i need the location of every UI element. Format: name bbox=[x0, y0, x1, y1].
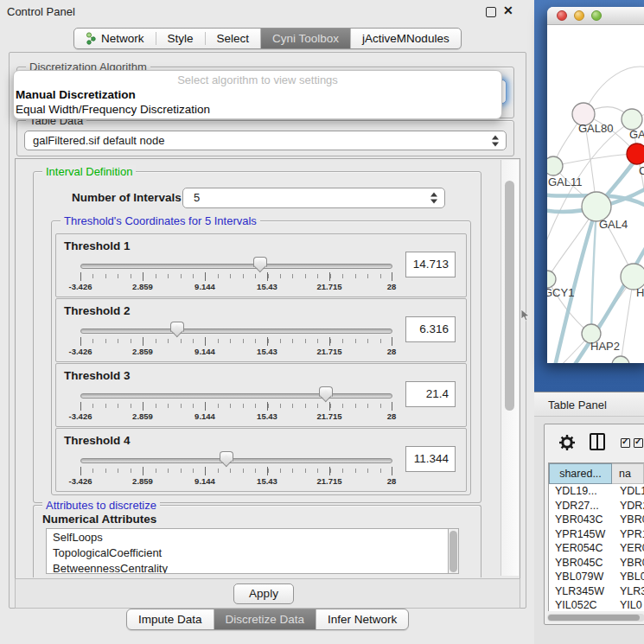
vertical-scrollbar[interactable] bbox=[501, 160, 519, 576]
tab-discretize-data[interactable]: Discretize Data bbox=[214, 609, 316, 629]
threshold-value-field[interactable]: 11.344 bbox=[405, 446, 456, 472]
column-header-shared-name[interactable]: shared... bbox=[549, 463, 612, 484]
network-window-titlebar[interactable] bbox=[547, 7, 644, 25]
network-node-gal4[interactable] bbox=[582, 192, 611, 221]
popup-option-manual[interactable]: Manual Discretization bbox=[16, 88, 136, 101]
slider-track[interactable] bbox=[80, 328, 392, 334]
tab-select[interactable]: Select bbox=[206, 29, 261, 48]
horizontal-scrollbar-thumb[interactable] bbox=[548, 615, 640, 621]
table-row[interactable]: YBL079W YBL0 bbox=[549, 570, 644, 584]
apply-button[interactable]: Apply bbox=[233, 583, 294, 604]
cell-shared-name[interactable]: YDL19... bbox=[549, 484, 612, 499]
horizontal-scrollbar[interactable] bbox=[547, 614, 644, 622]
slider-track[interactable] bbox=[80, 264, 392, 269]
gear-icon[interactable] bbox=[558, 434, 576, 451]
table-row[interactable]: YPR145W YPR1 bbox=[549, 527, 644, 542]
tab-impute-data[interactable]: Impute Data bbox=[127, 609, 214, 629]
algorithm-dropdown-popup: Select algorithm to view settings Manual… bbox=[13, 70, 502, 119]
scale-label: 28 bbox=[367, 282, 416, 291]
cell-shared-name[interactable]: YPR145W bbox=[549, 527, 612, 542]
columns-icon[interactable] bbox=[590, 433, 605, 450]
cell-name[interactable]: YBR0 bbox=[612, 513, 644, 527]
number-of-intervals-label: Number of Intervals bbox=[72, 191, 182, 204]
slider-thumb[interactable] bbox=[220, 451, 233, 462]
threshold-value-field[interactable]: 21.4 bbox=[405, 381, 456, 407]
slider-track[interactable] bbox=[80, 458, 392, 463]
slider-track[interactable] bbox=[80, 393, 392, 399]
cell-shared-name[interactable]: YBR043C bbox=[549, 513, 612, 527]
attribute-item[interactable]: SelfLoops bbox=[53, 530, 448, 545]
scale-label: 2.859 bbox=[118, 476, 167, 486]
screen: Control Panel ✕ NetworkStyleSelectCyni T… bbox=[0, 0, 644, 644]
combo-stepper-icon[interactable] bbox=[492, 134, 500, 147]
scale-label: 9.144 bbox=[181, 476, 229, 486]
tab-infer-network[interactable]: Infer Network bbox=[316, 609, 408, 629]
numerical-attributes-list: SelfLoopsTopologicalCoefficientBetweenne… bbox=[46, 528, 449, 574]
threshold-label: Threshold 2 bbox=[64, 304, 131, 317]
table-data-combobox[interactable]: galFiltered.sif default node bbox=[24, 131, 507, 150]
float-window-icon[interactable] bbox=[486, 7, 496, 17]
cell-name[interactable]: YER0 bbox=[612, 541, 644, 556]
popup-option-equal-width[interactable]: Equal Width/Frequency Discretization bbox=[16, 103, 210, 116]
group-title: Attributes to discretize bbox=[42, 499, 160, 512]
attribute-item[interactable]: TopologicalCoefficient bbox=[53, 545, 448, 561]
cell-name[interactable]: YDR2 bbox=[612, 499, 644, 513]
column-header-name[interactable]: na bbox=[612, 463, 644, 484]
table-row[interactable]: YIL052C YIL0 bbox=[549, 598, 644, 611]
cell-name[interactable]: YPR1 bbox=[612, 527, 644, 542]
table-row[interactable]: YBR043C YBR0 bbox=[549, 513, 644, 527]
list-scrollbar-thumb[interactable] bbox=[450, 531, 457, 572]
list-scrollbar[interactable] bbox=[449, 528, 459, 574]
cell-shared-name[interactable]: YER054C bbox=[549, 541, 612, 556]
threshold-value-field[interactable]: 6.316 bbox=[405, 316, 456, 342]
vertical-scrollbar-thumb[interactable] bbox=[505, 181, 514, 411]
cell-name[interactable]: YLR3 bbox=[612, 584, 644, 599]
attribute-item[interactable]: BetweennessCentrality bbox=[53, 561, 448, 574]
cell-name[interactable]: YIL0 bbox=[612, 598, 644, 611]
threshold-value-field[interactable]: 14.713 bbox=[405, 252, 456, 277]
table-data-value: galFiltered.sif default node bbox=[33, 134, 164, 147]
close-icon[interactable]: ✕ bbox=[503, 3, 513, 17]
table-row[interactable]: YLR345W YLR3 bbox=[549, 584, 644, 599]
tab-cyni-toolbox[interactable]: Cyni Toolbox bbox=[260, 29, 350, 48]
scale-label: 2.859 bbox=[118, 411, 167, 421]
scale-label: 9.144 bbox=[181, 411, 229, 421]
checkbox-icon[interactable] bbox=[634, 438, 643, 448]
cell-shared-name[interactable]: YBR045C bbox=[549, 556, 612, 571]
cell-shared-name[interactable]: YIL052C bbox=[549, 598, 612, 611]
close-traffic-light-icon[interactable] bbox=[557, 10, 567, 21]
zoom-traffic-light-icon[interactable] bbox=[591, 10, 602, 21]
threshold-label: Threshold 4 bbox=[64, 434, 131, 447]
minimize-traffic-light-icon[interactable] bbox=[574, 10, 584, 21]
spinner-stepper-icon[interactable] bbox=[430, 192, 438, 205]
checkbox-icon[interactable] bbox=[621, 438, 630, 448]
tab-label: jActiveMNodules bbox=[362, 32, 450, 45]
table-row[interactable]: YDL19... YDL1 bbox=[549, 484, 644, 499]
network-node-gal11[interactable] bbox=[547, 156, 563, 175]
tab-style[interactable]: Style bbox=[156, 29, 205, 48]
node-label: H bbox=[636, 286, 644, 299]
cell-name[interactable]: YDL1 bbox=[612, 484, 644, 499]
network-node-c[interactable] bbox=[627, 143, 644, 164]
cell-shared-name[interactable]: YLR345W bbox=[549, 584, 612, 599]
threshold-panel: Threshold 1 -3.4262.8599.14415.4321.7152… bbox=[55, 233, 467, 297]
table-row[interactable]: YDR27... YDR2 bbox=[549, 499, 644, 513]
table-row[interactable]: YBR045C YBR0 bbox=[549, 556, 644, 571]
network-canvas[interactable]: GAL80GACGAL11GAL4GCY1HHAP2 bbox=[547, 25, 644, 363]
tab-network[interactable]: Network bbox=[74, 29, 156, 48]
slider-thumb[interactable] bbox=[170, 322, 184, 332]
network-node-gcy1[interactable] bbox=[547, 271, 556, 288]
cell-name[interactable]: YBR0 bbox=[612, 556, 644, 571]
slider-thumb[interactable] bbox=[319, 386, 333, 397]
cell-name[interactable]: YBL0 bbox=[612, 570, 644, 584]
network-node-ga[interactable] bbox=[622, 109, 642, 130]
number-of-intervals-spinner[interactable]: 5 bbox=[182, 188, 445, 208]
cell-shared-name[interactable]: YDR27... bbox=[549, 499, 612, 513]
table-row[interactable]: YER054C YER0 bbox=[549, 541, 644, 556]
network-node[interactable] bbox=[612, 356, 629, 363]
node-label: GAL4 bbox=[599, 218, 628, 231]
slider-thumb[interactable] bbox=[253, 257, 267, 267]
cell-shared-name[interactable]: YBL079W bbox=[549, 570, 612, 584]
threshold-panel: Threshold 2 -3.4262.8599.14415.4321.7152… bbox=[55, 298, 467, 362]
tab-jactivemnodules[interactable]: jActiveMNodules bbox=[350, 29, 461, 48]
